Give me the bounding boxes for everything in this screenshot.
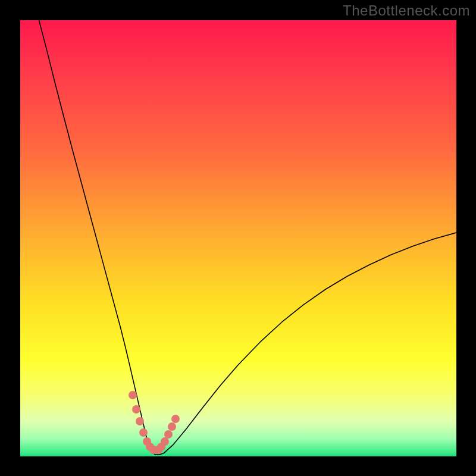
highlight-dot [139, 428, 148, 437]
highlight-dot [171, 415, 180, 423]
highlight-dot [164, 430, 173, 439]
highlight-dot [136, 417, 144, 425]
highlight-dot [168, 422, 176, 431]
highlight-dot [132, 405, 140, 414]
plot-area [20, 20, 456, 456]
highlight-dots [20, 20, 456, 456]
highlight-dot [129, 391, 137, 399]
chart-frame: TheBottleneck.com [0, 0, 476, 476]
watermark-text: TheBottleneck.com [343, 2, 470, 19]
